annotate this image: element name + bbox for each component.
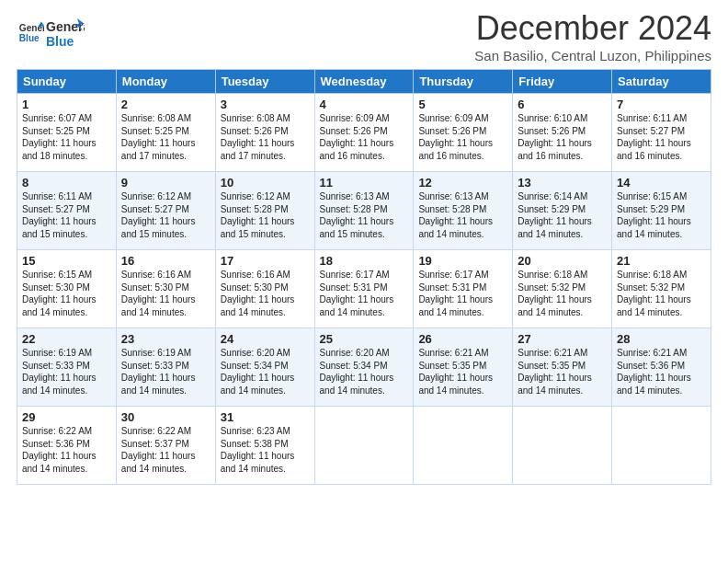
svg-text:Blue: Blue xyxy=(19,33,40,43)
day-info-w4-d2: Sunrise: 6:19 AMSunset: 5:33 PMDaylight:… xyxy=(121,347,210,396)
day-number-w3-d6: 20 xyxy=(518,254,607,268)
day-info-w4-d5: Sunrise: 6:21 AMSunset: 5:35 PMDaylight:… xyxy=(418,347,507,396)
day-info-w1-d7: Sunrise: 6:11 AMSunset: 5:27 PMDaylight:… xyxy=(617,112,706,162)
day-info-w3-d4: Sunrise: 6:17 AMSunset: 5:31 PMDaylight:… xyxy=(320,269,409,318)
day-info-w2-d1: Sunrise: 6:11 AMSunset: 5:27 PMDaylight:… xyxy=(22,190,111,240)
day-number-w2-d4: 11 xyxy=(320,176,409,190)
day-number-w1-d1: 1 xyxy=(22,98,111,111)
day-info-w3-d2: Sunrise: 6:16 AMSunset: 5:30 PMDaylight:… xyxy=(121,269,210,318)
calendar-cell-w1-d5: 5Sunrise: 6:09 AMSunset: 5:26 PMDaylight… xyxy=(414,94,513,172)
day-number-w3-d4: 18 xyxy=(320,254,409,268)
header-saturday: Saturday xyxy=(612,70,711,94)
calendar-cell-w3-d1: 15Sunrise: 6:15 AMSunset: 5:30 PMDayligh… xyxy=(17,250,117,328)
day-number-w4-d4: 25 xyxy=(320,332,409,346)
calendar-week-4: 22Sunrise: 6:19 AMSunset: 5:33 PMDayligh… xyxy=(17,328,711,407)
day-number-w4-d1: 22 xyxy=(22,332,111,346)
day-info-w1-d3: Sunrise: 6:08 AMSunset: 5:26 PMDaylight:… xyxy=(221,112,310,162)
day-info-w3-d5: Sunrise: 6:17 AMSunset: 5:31 PMDaylight:… xyxy=(418,269,507,318)
day-info-w2-d4: Sunrise: 6:13 AMSunset: 5:28 PMDaylight:… xyxy=(320,190,409,240)
day-info-w1-d2: Sunrise: 6:08 AMSunset: 5:25 PMDaylight:… xyxy=(121,112,210,162)
calendar-cell-w3-d6: 20Sunrise: 6:18 AMSunset: 5:32 PMDayligh… xyxy=(513,250,612,328)
day-number-w5-d3: 31 xyxy=(221,410,310,424)
calendar-cell-w5-d7 xyxy=(612,407,711,485)
header-friday: Friday xyxy=(513,70,612,94)
day-info-w2-d7: Sunrise: 6:15 AMSunset: 5:29 PMDaylight:… xyxy=(617,190,706,240)
calendar-cell-w5-d2: 30Sunrise: 6:22 AMSunset: 5:37 PMDayligh… xyxy=(116,407,215,485)
day-number-w3-d7: 21 xyxy=(617,254,706,268)
calendar-cell-w1-d3: 3Sunrise: 6:08 AMSunset: 5:26 PMDaylight… xyxy=(215,94,314,172)
page: General Blue General General Blue Decemb… xyxy=(0,0,728,563)
calendar-cell-w3-d2: 16Sunrise: 6:16 AMSunset: 5:30 PMDayligh… xyxy=(116,250,215,328)
day-number-w2-d3: 10 xyxy=(221,176,310,190)
calendar-cell-w2-d7: 14Sunrise: 6:15 AMSunset: 5:29 PMDayligh… xyxy=(612,172,711,250)
day-info-w5-d2: Sunrise: 6:22 AMSunset: 5:37 PMDaylight:… xyxy=(121,425,210,475)
calendar-cell-w1-d6: 6Sunrise: 6:10 AMSunset: 5:26 PMDaylight… xyxy=(513,94,612,172)
logo-bird: General Blue xyxy=(46,15,85,52)
header-tuesday: Tuesday xyxy=(215,70,314,94)
calendar-cell-w3-d7: 21Sunrise: 6:18 AMSunset: 5:32 PMDayligh… xyxy=(612,250,711,328)
calendar-cell-w5-d4 xyxy=(314,407,414,485)
calendar-cell-w5-d3: 31Sunrise: 6:23 AMSunset: 5:38 PMDayligh… xyxy=(215,407,314,485)
calendar-week-2: 8Sunrise: 6:11 AMSunset: 5:27 PMDaylight… xyxy=(17,172,711,250)
title-area: December 2024 San Basilio, Central Luzon… xyxy=(474,9,711,63)
calendar-week-5: 29Sunrise: 6:22 AMSunset: 5:36 PMDayligh… xyxy=(17,407,711,485)
day-number-w1-d3: 3 xyxy=(221,98,310,111)
day-info-w3-d3: Sunrise: 6:16 AMSunset: 5:30 PMDaylight:… xyxy=(221,269,310,318)
day-number-w1-d7: 7 xyxy=(617,98,706,111)
day-info-w2-d6: Sunrise: 6:14 AMSunset: 5:29 PMDaylight:… xyxy=(518,190,607,240)
day-info-w3-d1: Sunrise: 6:15 AMSunset: 5:30 PMDaylight:… xyxy=(22,269,111,318)
day-info-w5-d1: Sunrise: 6:22 AMSunset: 5:36 PMDaylight:… xyxy=(22,425,111,475)
calendar-cell-w3-d3: 17Sunrise: 6:16 AMSunset: 5:30 PMDayligh… xyxy=(215,250,314,328)
logo-icon: General Blue xyxy=(18,20,44,46)
calendar-cell-w2-d6: 13Sunrise: 6:14 AMSunset: 5:29 PMDayligh… xyxy=(513,172,612,250)
calendar-header-row: Sunday Monday Tuesday Wednesday Thursday… xyxy=(17,70,711,94)
header-wednesday: Wednesday xyxy=(314,70,414,94)
day-number-w5-d2: 30 xyxy=(121,410,210,424)
day-info-w2-d3: Sunrise: 6:12 AMSunset: 5:28 PMDaylight:… xyxy=(221,190,310,240)
calendar-cell-w1-d7: 7Sunrise: 6:11 AMSunset: 5:27 PMDaylight… xyxy=(612,94,711,172)
main-title: December 2024 xyxy=(474,9,711,48)
svg-text:Blue: Blue xyxy=(46,34,74,49)
calendar-table: Sunday Monday Tuesday Wednesday Thursday… xyxy=(17,69,711,485)
day-info-w3-d7: Sunrise: 6:18 AMSunset: 5:32 PMDaylight:… xyxy=(617,269,706,318)
day-number-w1-d6: 6 xyxy=(518,98,607,111)
day-number-w1-d2: 2 xyxy=(121,98,210,111)
day-number-w5-d1: 29 xyxy=(22,410,111,424)
calendar-cell-w5-d5 xyxy=(414,407,513,485)
calendar-cell-w4-d4: 25Sunrise: 6:20 AMSunset: 5:34 PMDayligh… xyxy=(314,328,414,407)
calendar-cell-w5-d6 xyxy=(513,407,612,485)
day-info-w4-d1: Sunrise: 6:19 AMSunset: 5:33 PMDaylight:… xyxy=(22,347,111,396)
day-number-w2-d2: 9 xyxy=(121,176,210,190)
day-number-w3-d5: 19 xyxy=(418,254,507,268)
calendar-cell-w4-d3: 24Sunrise: 6:20 AMSunset: 5:34 PMDayligh… xyxy=(215,328,314,407)
day-info-w2-d5: Sunrise: 6:13 AMSunset: 5:28 PMDaylight:… xyxy=(418,190,507,240)
calendar-cell-w4-d6: 27Sunrise: 6:21 AMSunset: 5:35 PMDayligh… xyxy=(513,328,612,407)
calendar-cell-w3-d5: 19Sunrise: 6:17 AMSunset: 5:31 PMDayligh… xyxy=(414,250,513,328)
header-monday: Monday xyxy=(116,70,215,94)
day-number-w4-d2: 23 xyxy=(121,332,210,346)
day-info-w2-d2: Sunrise: 6:12 AMSunset: 5:27 PMDaylight:… xyxy=(121,190,210,240)
day-info-w1-d6: Sunrise: 6:10 AMSunset: 5:26 PMDaylight:… xyxy=(518,112,607,162)
header-thursday: Thursday xyxy=(414,70,513,94)
calendar-cell-w2-d1: 8Sunrise: 6:11 AMSunset: 5:27 PMDaylight… xyxy=(17,172,117,250)
day-info-w4-d3: Sunrise: 6:20 AMSunset: 5:34 PMDaylight:… xyxy=(221,347,310,396)
day-number-w3-d2: 16 xyxy=(121,254,210,268)
calendar-cell-w4-d1: 22Sunrise: 6:19 AMSunset: 5:33 PMDayligh… xyxy=(17,328,117,407)
logo: General Blue General General Blue xyxy=(17,15,85,55)
day-number-w4-d6: 27 xyxy=(518,332,607,346)
calendar-cell-w2-d4: 11Sunrise: 6:13 AMSunset: 5:28 PMDayligh… xyxy=(314,172,414,250)
calendar-cell-w2-d3: 10Sunrise: 6:12 AMSunset: 5:28 PMDayligh… xyxy=(215,172,314,250)
day-number-w1-d5: 5 xyxy=(418,98,507,111)
calendar-cell-w2-d2: 9Sunrise: 6:12 AMSunset: 5:27 PMDaylight… xyxy=(116,172,215,250)
day-number-w2-d1: 8 xyxy=(22,176,111,190)
calendar-cell-w3-d4: 18Sunrise: 6:17 AMSunset: 5:31 PMDayligh… xyxy=(314,250,414,328)
day-info-w4-d4: Sunrise: 6:20 AMSunset: 5:34 PMDaylight:… xyxy=(320,347,409,396)
calendar-cell-w4-d7: 28Sunrise: 6:21 AMSunset: 5:36 PMDayligh… xyxy=(612,328,711,407)
day-info-w4-d7: Sunrise: 6:21 AMSunset: 5:36 PMDaylight:… xyxy=(617,347,706,396)
day-number-w4-d3: 24 xyxy=(221,332,310,346)
calendar-week-1: 1Sunrise: 6:07 AMSunset: 5:25 PMDaylight… xyxy=(17,94,711,172)
calendar-week-3: 15Sunrise: 6:15 AMSunset: 5:30 PMDayligh… xyxy=(17,250,711,328)
calendar-cell-w4-d5: 26Sunrise: 6:21 AMSunset: 5:35 PMDayligh… xyxy=(414,328,513,407)
calendar-cell-w4-d2: 23Sunrise: 6:19 AMSunset: 5:33 PMDayligh… xyxy=(116,328,215,407)
day-info-w1-d4: Sunrise: 6:09 AMSunset: 5:26 PMDaylight:… xyxy=(320,112,409,162)
